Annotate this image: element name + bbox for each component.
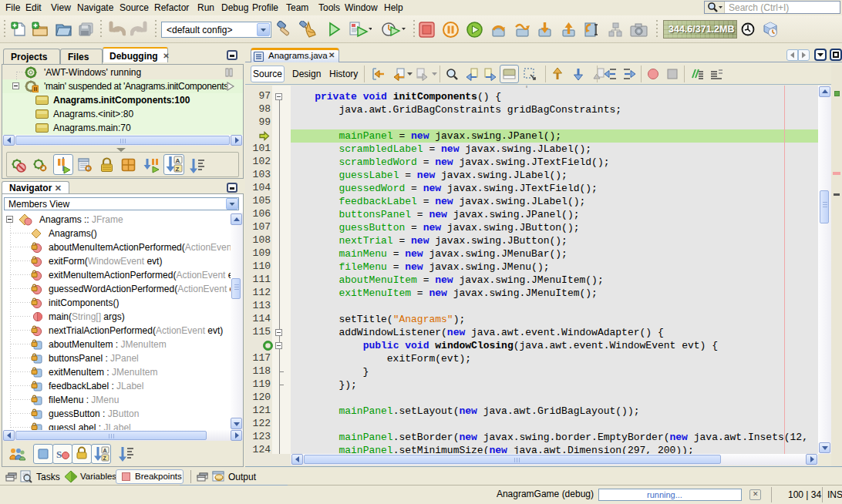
svg-text:A: A — [176, 157, 180, 164]
svg-text:S: S — [56, 449, 62, 460]
svg-text:Z: Z — [176, 166, 180, 173]
svg-text:Z: Z — [103, 455, 107, 461]
svg-text:A: A — [103, 448, 107, 453]
